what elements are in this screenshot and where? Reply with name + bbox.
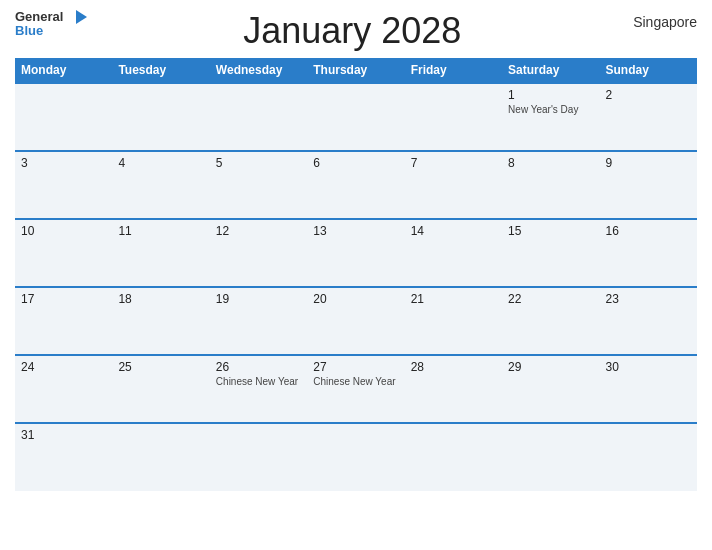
day-number: 27 xyxy=(313,360,398,374)
day-number: 5 xyxy=(216,156,301,170)
col-sunday: Sunday xyxy=(600,58,697,83)
day-cell xyxy=(502,423,599,491)
day-cell: 20 xyxy=(307,287,404,355)
day-number: 24 xyxy=(21,360,106,374)
day-cell: 31 xyxy=(15,423,112,491)
day-number: 13 xyxy=(313,224,398,238)
day-cell: 28 xyxy=(405,355,502,423)
day-number: 31 xyxy=(21,428,106,442)
day-cell: 2 xyxy=(600,83,697,151)
week-row-0: 1New Year's Day2 xyxy=(15,83,697,151)
col-friday: Friday xyxy=(405,58,502,83)
day-cell: 13 xyxy=(307,219,404,287)
day-cell xyxy=(600,423,697,491)
day-number: 16 xyxy=(606,224,691,238)
day-cell: 25 xyxy=(112,355,209,423)
day-cell: 21 xyxy=(405,287,502,355)
day-number: 28 xyxy=(411,360,496,374)
day-cell: 9 xyxy=(600,151,697,219)
day-cell: 5 xyxy=(210,151,307,219)
calendar-body: 1New Year's Day2345678910111213141516171… xyxy=(15,83,697,491)
day-number: 30 xyxy=(606,360,691,374)
day-number: 23 xyxy=(606,292,691,306)
month-title: January 2028 xyxy=(87,10,617,52)
col-monday: Monday xyxy=(15,58,112,83)
day-cell xyxy=(15,83,112,151)
week-row-5: 31 xyxy=(15,423,697,491)
col-thursday: Thursday xyxy=(307,58,404,83)
day-event: Chinese New Year xyxy=(313,376,398,388)
day-number: 18 xyxy=(118,292,203,306)
day-cell: 18 xyxy=(112,287,209,355)
day-cell: 4 xyxy=(112,151,209,219)
day-number: 7 xyxy=(411,156,496,170)
day-number: 29 xyxy=(508,360,593,374)
day-number: 15 xyxy=(508,224,593,238)
calendar-wrapper: General Blue January 2028 Singapore Mond… xyxy=(0,0,712,550)
day-cell xyxy=(112,83,209,151)
week-row-3: 17181920212223 xyxy=(15,287,697,355)
day-number: 8 xyxy=(508,156,593,170)
day-cell: 1New Year's Day xyxy=(502,83,599,151)
day-cell xyxy=(307,83,404,151)
day-cell xyxy=(307,423,404,491)
logo-flag-icon xyxy=(65,10,87,24)
day-cell: 11 xyxy=(112,219,209,287)
col-saturday: Saturday xyxy=(502,58,599,83)
day-cell xyxy=(210,423,307,491)
day-number: 1 xyxy=(508,88,593,102)
day-number: 10 xyxy=(21,224,106,238)
logo-general-text: General xyxy=(15,10,63,24)
day-cell: 3 xyxy=(15,151,112,219)
day-cell: 12 xyxy=(210,219,307,287)
day-number: 3 xyxy=(21,156,106,170)
day-cell: 24 xyxy=(15,355,112,423)
week-row-4: 242526Chinese New Year27Chinese New Year… xyxy=(15,355,697,423)
col-wednesday: Wednesday xyxy=(210,58,307,83)
week-row-2: 10111213141516 xyxy=(15,219,697,287)
calendar-header: General Blue January 2028 Singapore xyxy=(15,10,697,52)
day-cell: 27Chinese New Year xyxy=(307,355,404,423)
days-of-week-row: Monday Tuesday Wednesday Thursday Friday… xyxy=(15,58,697,83)
day-cell xyxy=(405,423,502,491)
logo-blue-text: Blue xyxy=(15,24,43,38)
day-number: 19 xyxy=(216,292,301,306)
day-number: 26 xyxy=(216,360,301,374)
logo: General Blue xyxy=(15,10,87,39)
day-cell: 8 xyxy=(502,151,599,219)
day-number: 14 xyxy=(411,224,496,238)
week-row-1: 3456789 xyxy=(15,151,697,219)
country-label: Singapore xyxy=(617,10,697,30)
day-number: 6 xyxy=(313,156,398,170)
day-number: 20 xyxy=(313,292,398,306)
day-cell: 29 xyxy=(502,355,599,423)
calendar-table: Monday Tuesday Wednesday Thursday Friday… xyxy=(15,58,697,491)
svg-marker-0 xyxy=(76,10,87,24)
day-cell: 6 xyxy=(307,151,404,219)
day-cell: 14 xyxy=(405,219,502,287)
day-cell: 7 xyxy=(405,151,502,219)
day-cell: 19 xyxy=(210,287,307,355)
day-number: 21 xyxy=(411,292,496,306)
day-number: 17 xyxy=(21,292,106,306)
col-tuesday: Tuesday xyxy=(112,58,209,83)
day-cell: 15 xyxy=(502,219,599,287)
day-number: 11 xyxy=(118,224,203,238)
day-cell: 10 xyxy=(15,219,112,287)
day-event: New Year's Day xyxy=(508,104,593,116)
day-cell: 17 xyxy=(15,287,112,355)
day-number: 12 xyxy=(216,224,301,238)
day-number: 9 xyxy=(606,156,691,170)
day-number: 2 xyxy=(606,88,691,102)
day-cell xyxy=(112,423,209,491)
day-number: 22 xyxy=(508,292,593,306)
day-cell xyxy=(210,83,307,151)
day-number: 25 xyxy=(118,360,203,374)
day-cell: 16 xyxy=(600,219,697,287)
day-cell xyxy=(405,83,502,151)
day-cell: 23 xyxy=(600,287,697,355)
day-cell: 30 xyxy=(600,355,697,423)
day-event: Chinese New Year xyxy=(216,376,301,388)
day-cell: 26Chinese New Year xyxy=(210,355,307,423)
day-number: 4 xyxy=(118,156,203,170)
